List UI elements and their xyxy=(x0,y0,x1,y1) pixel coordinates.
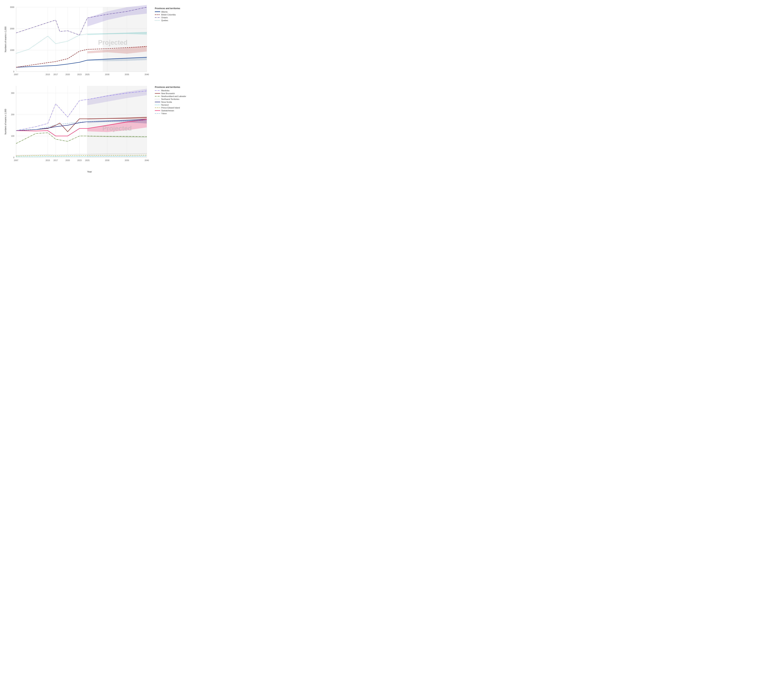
legend-line-newbrunswick xyxy=(155,92,160,95)
legend-label-novascotia: Nova Scotia xyxy=(161,101,172,103)
svg-text:2030: 2030 xyxy=(105,159,109,162)
svg-text:2025: 2025 xyxy=(85,73,90,75)
legend-item-newbrunswick: New Brunswick xyxy=(155,92,192,95)
svg-text:0: 0 xyxy=(13,157,14,158)
legend-item-nunavut: Nunavut xyxy=(155,104,192,106)
chart1-row: 0 1000 2000 3000 2007 2015 2017 2020 202… xyxy=(3,3,192,80)
legend-item-bc: British Columbia xyxy=(155,13,192,16)
svg-text:2007: 2007 xyxy=(14,159,18,162)
legend-line-northwest xyxy=(155,98,160,100)
legend-label-northwest: Northwest Territories xyxy=(161,98,179,100)
svg-text:Numbers of exams x 1,000: Numbers of exams x 1,000 xyxy=(4,109,7,135)
svg-text:1000: 1000 xyxy=(10,49,14,51)
chart2-wrapper: 0 100 200 300 2007 2015 2017 2020 2023 2… xyxy=(3,82,153,168)
svg-text:2020: 2020 xyxy=(65,73,70,75)
svg-text:2015: 2015 xyxy=(46,73,50,75)
svg-text:0: 0 xyxy=(13,70,14,73)
chart2-svg: 0 100 200 300 2007 2015 2017 2020 2023 2… xyxy=(3,82,150,168)
legend-item-sask: Saskatchewan xyxy=(155,110,192,112)
legend-item-yukon: Yukon xyxy=(155,112,192,115)
legend-label-newbrunswick: New Brunswick xyxy=(161,92,175,95)
legend-item-manitoba: Manitoba xyxy=(155,90,192,92)
svg-text:2025: 2025 xyxy=(85,159,90,162)
svg-text:2017: 2017 xyxy=(53,159,58,162)
legend-line-pei xyxy=(155,107,160,109)
chart1-wrapper: 0 1000 2000 3000 2007 2015 2017 2020 202… xyxy=(3,3,153,80)
chart2-legend: Provinces and territories Manitoba New B… xyxy=(155,82,192,115)
legend-label-pei: Prince Edward Island xyxy=(161,107,180,109)
svg-text:2040: 2040 xyxy=(145,159,149,162)
legend-line-alberta xyxy=(155,11,160,13)
svg-text:300: 300 xyxy=(11,92,14,94)
legend-label-quebec: Quebec xyxy=(161,19,168,22)
legend-line-sask xyxy=(155,110,160,112)
chart2-row: 0 100 200 300 2007 2015 2017 2020 2023 2… xyxy=(3,82,192,168)
svg-text:Numbers of exams x 1,000: Numbers of exams x 1,000 xyxy=(4,27,7,52)
legend-item-novascotia: Nova Scotia xyxy=(155,101,192,103)
legend-line-yukon xyxy=(155,112,160,115)
legend-line-quebec xyxy=(155,19,160,22)
legend-item-quebec: Quebec xyxy=(155,19,192,22)
svg-text:2023: 2023 xyxy=(77,159,82,162)
legend-label-newfoundland: Newfoundland and Labrador xyxy=(161,95,186,97)
chart2-legend-title: Provinces and territories xyxy=(155,86,192,88)
legend-line-novascotia xyxy=(155,101,160,103)
svg-text:2035: 2035 xyxy=(125,73,129,75)
svg-text:2020: 2020 xyxy=(65,159,70,162)
svg-text:2015: 2015 xyxy=(46,159,50,162)
legend-item-ontario: Ontario xyxy=(155,17,192,18)
legend-line-nunavut xyxy=(155,104,160,106)
svg-text:2030: 2030 xyxy=(105,73,109,75)
legend-line-manitoba xyxy=(155,90,160,92)
chart1-area: 0 1000 2000 3000 2007 2015 2017 2020 202… xyxy=(3,3,153,80)
legend-label-nunavut: Nunavut xyxy=(161,104,168,106)
legend-item-pei: Prince Edward Island xyxy=(155,107,192,109)
legend-item-northwest: Northwest Territories xyxy=(155,98,192,100)
legend-label-yukon: Yukon xyxy=(161,112,167,115)
svg-text:Projected: Projected xyxy=(102,125,132,132)
legend-label-manitoba: Manitoba xyxy=(161,90,169,92)
svg-rect-34 xyxy=(155,12,160,12)
svg-text:2023: 2023 xyxy=(77,73,82,75)
legend-label-bc: British Columbia xyxy=(161,13,175,16)
svg-text:Projected: Projected xyxy=(98,39,127,46)
legend-line-bc xyxy=(155,13,160,16)
legend-label-sask: Saskatchewan xyxy=(161,110,174,112)
svg-text:200: 200 xyxy=(11,113,14,116)
svg-text:2017: 2017 xyxy=(53,73,58,75)
legend-line-ontario xyxy=(155,17,160,18)
legend-item-alberta: Alberta xyxy=(155,11,192,13)
legend-line-newfoundland xyxy=(155,95,160,97)
chart1-legend-title: Provinces and territories xyxy=(155,7,192,10)
legend-label-ontario: Ontario xyxy=(161,17,168,18)
chart1-legend: Provinces and territories Alberta Britis… xyxy=(155,3,192,22)
svg-text:2040: 2040 xyxy=(145,73,149,75)
page-container: 0 1000 2000 3000 2007 2015 2017 2020 202… xyxy=(3,3,192,173)
svg-text:100: 100 xyxy=(11,135,14,137)
svg-text:3000: 3000 xyxy=(10,6,14,8)
x-axis-label: Year xyxy=(16,170,163,173)
svg-text:2000: 2000 xyxy=(10,28,14,30)
legend-item-newfoundland: Newfoundland and Labrador xyxy=(155,95,192,97)
svg-text:2007: 2007 xyxy=(14,73,18,75)
chart1-svg: 0 1000 2000 3000 2007 2015 2017 2020 202… xyxy=(3,3,150,80)
svg-text:2035: 2035 xyxy=(125,159,129,162)
chart2-area: 0 100 200 300 2007 2015 2017 2020 2023 2… xyxy=(3,82,153,168)
legend-label-alberta: Alberta xyxy=(161,11,168,13)
